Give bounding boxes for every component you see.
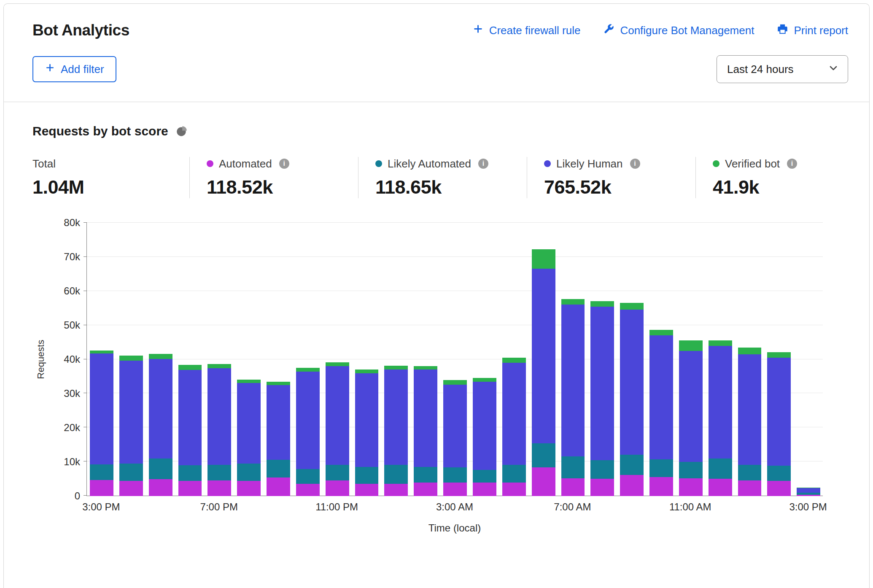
stacked-bar[interactable] xyxy=(679,223,703,496)
y-tickmark xyxy=(84,427,87,427)
bar-segment-likely_automated xyxy=(237,464,261,481)
y-tick-label: 60k xyxy=(64,285,80,297)
page-title: Bot Analytics xyxy=(32,22,129,39)
stacked-bar[interactable] xyxy=(326,223,349,496)
bar-segment-likely_automated xyxy=(620,455,644,475)
bar-segment-verified_bot xyxy=(355,370,379,374)
bar-segment-automated xyxy=(90,480,113,496)
stacked-bar[interactable] xyxy=(178,223,202,496)
y-tickmark xyxy=(84,325,87,325)
stacked-bar[interactable] xyxy=(620,223,644,496)
info-icon[interactable] xyxy=(787,159,797,169)
bar-segment-likely_human xyxy=(532,269,555,443)
info-icon[interactable] xyxy=(478,159,488,169)
bar-segment-likely_human xyxy=(443,385,467,467)
bar-segment-automated xyxy=(767,481,791,496)
plus-icon xyxy=(472,23,484,38)
bar-segment-automated xyxy=(414,483,437,496)
bar-segment-likely_automated xyxy=(532,443,555,467)
stat-likely-automated-value: 118.65k xyxy=(375,176,527,198)
bar-segment-automated xyxy=(355,484,379,496)
stacked-bar[interactable] xyxy=(532,223,555,496)
bar-segment-verified_bot xyxy=(532,249,555,269)
y-tickmark xyxy=(84,291,87,291)
time-range-select[interactable]: Last 24 hours xyxy=(717,55,848,83)
bar-segment-automated xyxy=(443,483,467,496)
bar-segment-likely_human xyxy=(326,366,349,465)
bar-segment-likely_automated xyxy=(207,465,231,480)
stacked-bar[interactable] xyxy=(738,223,762,496)
stacked-bar[interactable] xyxy=(237,223,261,496)
stat-verified-bot: Verified bot 41.9k xyxy=(695,157,797,198)
stacked-bar[interactable] xyxy=(649,223,673,496)
y-tick-label: 30k xyxy=(64,388,80,399)
bar-segment-automated xyxy=(384,484,408,496)
stacked-bar[interactable] xyxy=(90,223,113,496)
bar-segment-automated xyxy=(296,484,320,496)
stacked-bar[interactable] xyxy=(561,223,585,496)
bar-segment-automated xyxy=(473,483,496,496)
add-filter-button[interactable]: Add filter xyxy=(32,56,116,82)
bar-segment-automated xyxy=(502,483,526,496)
create-firewall-rule-link[interactable]: Create firewall rule xyxy=(472,23,581,38)
stat-likely-automated: Likely Automated 118.65k xyxy=(358,157,527,198)
stacked-bar[interactable] xyxy=(414,223,437,496)
info-icon[interactable] xyxy=(630,159,640,169)
stacked-bar[interactable] xyxy=(207,223,231,496)
y-tick-label: 10k xyxy=(64,456,80,468)
bar-segment-verified_bot xyxy=(561,299,585,305)
card-header: Bot Analytics Create firewall rule Confi… xyxy=(4,4,869,102)
bar-segment-verified_bot xyxy=(620,303,644,309)
bar-segment-automated xyxy=(797,495,820,496)
pie-chart-icon xyxy=(176,126,187,137)
stacked-bar[interactable] xyxy=(502,223,526,496)
stat-likely-human: Likely Human 765.52k xyxy=(527,157,695,198)
bar-segment-verified_bot xyxy=(119,356,143,361)
bar-segment-automated xyxy=(532,467,555,496)
stat-likely-human-value: 765.52k xyxy=(544,176,695,198)
configure-bot-management-link[interactable]: Configure Bot Management xyxy=(603,23,754,38)
bar-segment-likely_automated xyxy=(443,467,467,483)
bar-segment-automated xyxy=(738,480,762,496)
bar-segment-likely_human xyxy=(237,383,261,464)
stat-verified-bot-label: Verified bot xyxy=(725,157,780,170)
y-tick-label: 40k xyxy=(64,353,80,365)
bar-segment-verified_bot xyxy=(237,380,261,383)
card-body: Requests by bot score Total 1.04M Automa… xyxy=(4,102,869,534)
stacked-bar[interactable] xyxy=(767,223,791,496)
stacked-bar[interactable] xyxy=(473,223,496,496)
bar-segment-likely_human xyxy=(679,351,703,462)
bar-segment-likely_human xyxy=(296,372,320,469)
bar-segment-likely_automated xyxy=(355,467,379,484)
create-firewall-rule-label: Create firewall rule xyxy=(489,24,581,37)
bar-segment-verified_bot xyxy=(473,378,496,382)
add-filter-label: Add filter xyxy=(61,63,104,76)
automated-legend-dot xyxy=(207,160,213,167)
bar-segment-likely_automated xyxy=(414,467,437,482)
stacked-bar[interactable] xyxy=(149,223,172,496)
stacked-bar[interactable] xyxy=(267,223,290,496)
stacked-bar[interactable] xyxy=(355,223,379,496)
x-tick-label: 3:00 PM xyxy=(82,501,120,513)
bar-segment-likely_automated xyxy=(90,464,113,480)
bar-segment-automated xyxy=(620,475,644,496)
bar-segment-verified_bot xyxy=(738,348,762,354)
stacked-bar[interactable] xyxy=(709,223,732,496)
x-tick-label: 3:00 PM xyxy=(789,501,827,513)
bar-segment-likely_automated xyxy=(326,465,349,480)
print-report-link[interactable]: Print report xyxy=(777,23,848,38)
stacked-bar[interactable] xyxy=(797,223,820,496)
stacked-bar[interactable] xyxy=(443,223,467,496)
stacked-bar[interactable] xyxy=(384,223,408,496)
section-title: Requests by bot score xyxy=(32,124,168,138)
bar-segment-likely_human xyxy=(767,358,791,466)
bar-segment-verified_bot xyxy=(267,382,290,385)
bar-segment-likely_human xyxy=(355,373,379,467)
stacked-bar[interactable] xyxy=(590,223,614,496)
info-icon[interactable] xyxy=(279,159,289,169)
bar-segment-verified_bot xyxy=(296,368,320,372)
plus-icon xyxy=(45,62,55,76)
requests-by-bot-score-chart: Requests 010k20k30k40k50k60k70k80k 3:00 … xyxy=(32,223,823,534)
stacked-bar[interactable] xyxy=(119,223,143,496)
stacked-bar[interactable] xyxy=(296,223,320,496)
